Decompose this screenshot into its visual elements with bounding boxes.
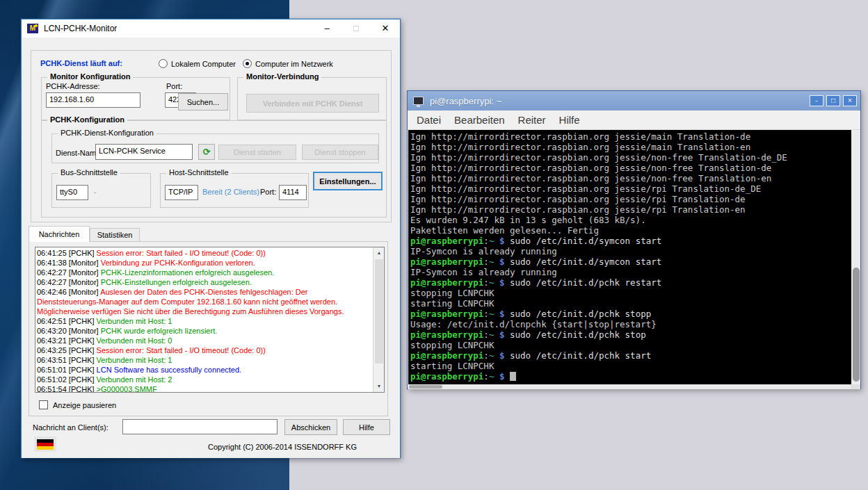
- terminal-line: IP-Symcon is already running: [410, 246, 845, 256]
- terminal-maximize-button[interactable]: □: [826, 95, 840, 106]
- log-message: 06:51:54 [PCHK] >G000003.SMMF: [37, 384, 371, 393]
- terminal-line: pi@raspberrypi:~ $ sudo /etc/init.d/symc…: [410, 236, 845, 246]
- pchk-config-group: PCHK-Konfiguration PCHK-Dienst-Konfigura…: [41, 120, 387, 218]
- language-button[interactable]: [34, 436, 56, 452]
- host-interface-input[interactable]: TCP/IP: [165, 185, 198, 200]
- host-port-label: Port:: [260, 188, 276, 196]
- terminal-scrollbar-corner: [851, 384, 860, 389]
- pause-display-label[interactable]: Anzeige pausieren: [53, 401, 116, 409]
- service-stop-button: Dienst stoppen: [302, 145, 378, 160]
- bus-interface-title: Bus-Schnittstelle: [58, 168, 120, 177]
- maximize-button: □: [341, 19, 371, 38]
- minimize-button[interactable]: –: [312, 19, 341, 38]
- terminal-scrollbar-thumb[interactable]: [853, 268, 860, 382]
- service-runs-on-label: PCHK-Dienst läuft auf:: [40, 59, 122, 67]
- refresh-service-button[interactable]: ⟳: [198, 144, 215, 160]
- messages-list: 06:41:25 [PCHK] Session error: Start fai…: [37, 248, 371, 393]
- terminal-line: Paketlisten werden gelesen... Fertig: [410, 225, 845, 236]
- close-button[interactable]: ✕: [371, 19, 400, 38]
- pchk-address-label: PCHK-Adresse:: [46, 82, 100, 90]
- terminal-line: Ign http://mirrordirector.raspbian.org j…: [410, 204, 845, 215]
- tab-nachrichten[interactable]: Nachrichten: [29, 226, 90, 242]
- terminal-line: pi@raspberrypi:~ $ sudo /etc/init.d/pchk…: [410, 277, 845, 288]
- log-message: 06:42:51 [PCHK] Verbunden mit Host: 1: [37, 316, 371, 326]
- terminal-minimize-button[interactable]: -: [810, 95, 823, 106]
- search-button[interactable]: Suchen...: [178, 93, 228, 111]
- log-message: 06:43:21 [PCHK] Verbunden mit Host: 0: [37, 336, 371, 345]
- messages-tab-panel: 06:41:25 [PCHK] Session error: Start fai…: [29, 241, 388, 416]
- terminal-close-button[interactable]: ×: [843, 95, 857, 106]
- menu-reiter[interactable]: Reiter: [518, 114, 546, 126]
- log-message: 06:43:25 [PCHK] Session error: Start fai…: [37, 345, 371, 355]
- menu-datei[interactable]: Datei: [417, 114, 441, 126]
- terminal-line: Ign http://mirrordirector.raspbian.org j…: [410, 163, 845, 173]
- lcn-pchk-monitor-window: M LCN-PCHK-Monitor – □ ✕ PCHK-Dienst läu…: [21, 19, 401, 458]
- scroll-up-icon[interactable]: ▲: [373, 247, 385, 259]
- settings-button[interactable]: Einstellungen...: [313, 172, 383, 190]
- monitor-config-title: Monitor Konfiguration: [47, 72, 133, 81]
- terminal-line: Ign http://mirrordirector.raspbian.org j…: [410, 152, 845, 163]
- radio-network-computer-label[interactable]: Computer im Netzwerk: [255, 60, 333, 68]
- radio-local-computer[interactable]: [159, 59, 168, 68]
- terminal-line: pi@raspberrypi:~ $ sudo /etc/init.d/symc…: [410, 256, 845, 267]
- terminal-line: Ign http://mirrordirector.raspbian.org j…: [410, 142, 845, 152]
- listbox-scrollbar[interactable]: ▲ ▼: [373, 247, 384, 392]
- terminal-line: starting LCNPCHK: [410, 361, 845, 371]
- lcn-client-area: PCHK-Dienst läuft auf: Lokalem Computer …: [22, 38, 400, 458]
- menu-bearbeiten[interactable]: Bearbeiten: [454, 114, 505, 126]
- refresh-icon: ⟳: [203, 147, 211, 157]
- log-message: 06:43:20 [Monitor] PCHK wurde erfolgreic…: [37, 326, 371, 336]
- terminal-line: Ign http://mirrordirector.raspbian.org j…: [410, 194, 845, 204]
- bus-dash-label: -: [94, 188, 97, 196]
- pchk-address-input[interactable]: 192.168.1.60: [46, 92, 140, 108]
- terminal-line: stopping LCNPCHK: [410, 288, 845, 298]
- message-listbox[interactable]: 06:41:25 [PCHK] Session error: Start fai…: [35, 247, 385, 393]
- log-message: 06:42:27 [Monitor] PCHK-Lizenzinformatio…: [37, 268, 371, 277]
- terminal-line: pi@raspberrypi:~ $ sudo /etc/init.d/pchk…: [410, 309, 845, 319]
- terminal-line: Ign http://mirrordirector.raspbian.org j…: [410, 173, 845, 183]
- menu-hilfe[interactable]: Hilfe: [559, 114, 580, 126]
- terminal-line: IP-Symcon is already running: [410, 267, 845, 277]
- scrollbar-thumb[interactable]: [375, 259, 383, 364]
- monitor-config-group: Monitor Konfiguration PCHK-Adresse: Port…: [41, 77, 230, 120]
- client-message-input[interactable]: [122, 419, 278, 434]
- tab-statistiken[interactable]: Statistiken: [90, 228, 140, 242]
- bus-interface-input[interactable]: ttyS0: [56, 185, 88, 200]
- lcn-titlebar[interactable]: M LCN-PCHK-Monitor – □ ✕: [22, 19, 400, 38]
- pause-display-checkbox[interactable]: [39, 400, 48, 409]
- host-port-input[interactable]: 4114: [279, 185, 307, 200]
- terminal-hscrollbar-thumb[interactable]: [409, 385, 442, 389]
- host-status-label: Bereit (2 Clients): [202, 188, 259, 196]
- terminal-hscrollbar[interactable]: [408, 384, 851, 389]
- log-message: 06:51:02 [PCHK] Verbunden mit Host: 2: [37, 375, 371, 384]
- log-message: 06:43:51 [PCHK] Verbunden mit Host: 1: [37, 355, 371, 365]
- terminal-window: pi@raspberrypi: ~ - □ × Datei Bearbeiten…: [407, 90, 861, 389]
- service-name-input[interactable]: LCN-PCHK Service: [95, 144, 193, 160]
- service-start-button: Dienst starten: [218, 145, 296, 160]
- terminal-content[interactable]: Ign http://mirrordirector.raspbian.org j…: [408, 130, 860, 384]
- desktop: M LCN-PCHK-Monitor – □ ✕ PCHK-Dienst läu…: [0, 0, 868, 490]
- send-button[interactable]: Abschicken: [284, 419, 337, 435]
- terminal-app-icon: [413, 97, 424, 105]
- terminal-line: pi@raspberrypi:~ $: [410, 371, 845, 382]
- service-config-title: PCHK-Dienst-Konfiguration: [58, 129, 156, 137]
- terminal-window-title: pi@raspberrypi: ~: [430, 96, 501, 106]
- radio-local-computer-label[interactable]: Lokalem Computer: [171, 60, 236, 68]
- radio-network-computer[interactable]: [243, 59, 252, 68]
- bus-interface-group: Bus-Schnittstelle ttyS0 -: [51, 173, 151, 208]
- terminal-line: pi@raspberrypi:~ $ sudo /etc/init.d/pchk…: [410, 350, 845, 361]
- connect-pchk-button: Verbinden mit PCHK Dienst: [246, 94, 379, 113]
- scroll-down-icon[interactable]: ▼: [373, 381, 385, 392]
- monitor-connection-group: Monitor-Verbindung Verbinden mit PCHK Di…: [237, 77, 387, 120]
- log-message: 06:51:01 [PCHK] LCN Software has success…: [37, 365, 371, 375]
- help-button[interactable]: Hilfe: [343, 419, 390, 435]
- host-interface-title: Host-Schnittstelle: [166, 168, 232, 177]
- terminal-cursor: [510, 372, 516, 381]
- terminal-line: Ign http://mirrordirector.raspbian.org j…: [410, 183, 845, 194]
- pchk-config-title: PCHK-Konfiguration: [47, 115, 127, 124]
- terminal-titlebar[interactable]: pi@raspberrypi: ~ - □ ×: [408, 91, 860, 111]
- terminal-line: Ign http://mirrordirector.raspbian.org j…: [410, 131, 845, 142]
- terminal-scrollbar[interactable]: [851, 130, 860, 384]
- terminal-line: Usage: /etc/init.d/lcnpchk {start|stop|r…: [410, 319, 845, 329]
- lcn-window-title: LCN-PCHK-Monitor: [44, 24, 117, 33]
